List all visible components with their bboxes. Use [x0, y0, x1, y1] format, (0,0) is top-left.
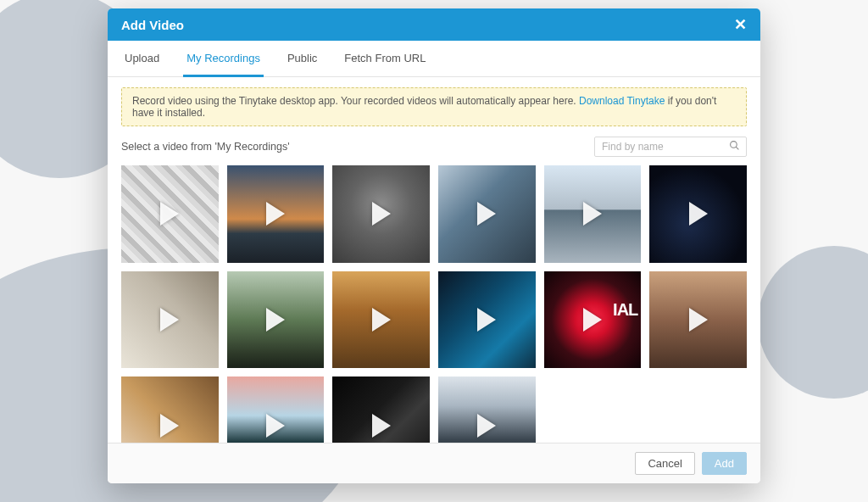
- video-thumbnail[interactable]: [332, 271, 430, 369]
- modal-header: Add Video ✕: [108, 8, 760, 41]
- video-thumbnail[interactable]: [332, 376, 430, 443]
- video-thumbnail[interactable]: [438, 271, 536, 369]
- svg-point-0: [731, 142, 737, 148]
- play-icon: [160, 414, 179, 438]
- play-icon: [372, 308, 391, 332]
- modal-title: Add Video: [121, 18, 184, 32]
- search-input[interactable]: [602, 141, 729, 153]
- play-icon: [477, 414, 496, 438]
- video-thumbnail[interactable]: [227, 376, 325, 443]
- video-thumbnail[interactable]: [544, 165, 642, 263]
- download-tinytake-link[interactable]: Download Tinytake: [579, 95, 665, 107]
- tab-upload[interactable]: Upload: [121, 42, 163, 77]
- play-icon: [583, 202, 602, 226]
- play-icon: [372, 414, 391, 438]
- cancel-button[interactable]: Cancel: [635, 452, 694, 475]
- play-icon: [372, 202, 391, 226]
- video-thumbnail[interactable]: [121, 165, 219, 263]
- play-icon: [477, 202, 496, 226]
- modal-content: Record video using the Tinytake desktop …: [108, 77, 760, 443]
- add-video-modal: Add Video ✕ Upload My Recordings Public …: [108, 8, 760, 483]
- play-icon: [689, 308, 708, 332]
- search-box[interactable]: [594, 137, 747, 157]
- banner-text-pre: Record video using the Tinytake desktop …: [132, 95, 579, 107]
- video-thumbnail[interactable]: [649, 165, 747, 263]
- video-thumbnail[interactable]: [332, 165, 430, 263]
- background-decor: [758, 246, 868, 399]
- content-topline: Select a video from 'My Recordings': [121, 137, 747, 157]
- tab-fetch-from-url[interactable]: Fetch From URL: [341, 42, 429, 77]
- play-icon: [266, 308, 285, 332]
- play-icon: [160, 308, 179, 332]
- video-grid: [121, 165, 747, 443]
- video-thumbnail[interactable]: [544, 271, 642, 369]
- tab-my-recordings[interactable]: My Recordings: [183, 42, 264, 77]
- play-icon: [266, 414, 285, 438]
- add-button[interactable]: Add: [702, 452, 747, 475]
- video-thumbnail[interactable]: [227, 165, 325, 263]
- svg-line-1: [736, 147, 738, 149]
- play-icon: [266, 202, 285, 226]
- video-thumbnail[interactable]: [227, 271, 325, 369]
- tab-bar: Upload My Recordings Public Fetch From U…: [108, 41, 760, 77]
- video-thumbnail[interactable]: [649, 271, 747, 369]
- info-banner: Record video using the Tinytake desktop …: [121, 87, 747, 126]
- play-icon: [689, 202, 708, 226]
- tab-public[interactable]: Public: [284, 42, 320, 77]
- video-thumbnail[interactable]: [438, 376, 536, 443]
- play-icon: [477, 308, 496, 332]
- play-icon: [160, 202, 179, 226]
- search-icon: [729, 140, 740, 153]
- video-thumbnail[interactable]: [121, 376, 219, 443]
- modal-footer: Cancel Add: [108, 443, 760, 483]
- video-thumbnail[interactable]: [121, 271, 219, 369]
- video-thumbnail[interactable]: [438, 165, 536, 263]
- close-icon[interactable]: ✕: [734, 17, 747, 32]
- play-icon: [583, 308, 602, 332]
- select-prompt: Select a video from 'My Recordings': [121, 141, 290, 153]
